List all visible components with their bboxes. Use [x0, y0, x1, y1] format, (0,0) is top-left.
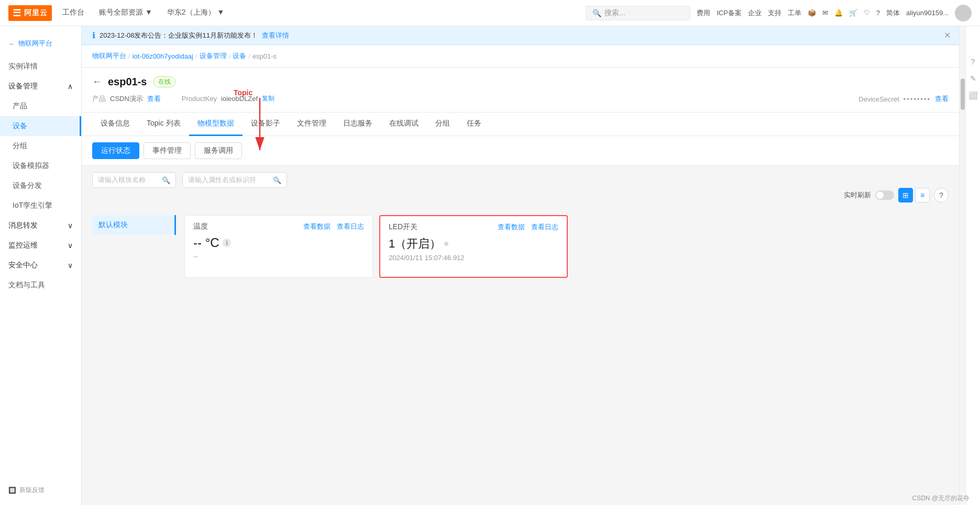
right-sidebar: ? ✎ ⬜ — [965, 26, 980, 505]
device-header: ← esp01-s 在线 产品 CSDN演示 查看 ProductKey ioi… — [82, 68, 959, 113]
nav-mail-icon[interactable]: ✉ — [822, 9, 828, 17]
content-area: 默认模块 温度 查看数据 查看日志 -- °C ℹ — [82, 207, 959, 286]
realtime-refresh-toggle[interactable] — [875, 190, 894, 200]
breadcrumb-device-mgmt[interactable]: 设备管理 — [200, 51, 227, 61]
sidebar-back-btn[interactable]: ← 物联网平台 — [0, 35, 81, 52]
card-temp-view-data[interactable]: 查看数据 — [303, 222, 331, 231]
meta-productkey: ProductKey ioieobDLZef 复制 — [182, 94, 274, 103]
card-temp-subtitle: -- — [193, 252, 364, 260]
tab-file-mgmt[interactable]: 文件管理 — [289, 113, 335, 136]
meta-product: 产品 CSDN演示 查看 — [92, 94, 161, 104]
data-card-led: LED开关 查看数据 查看日志 1（开启） 2024/01/11 15:07:4… — [379, 215, 568, 278]
nav-icp[interactable]: ICP备案 — [717, 8, 742, 18]
scrollbar[interactable] — [959, 26, 965, 505]
refresh-label: 实时刷新 — [844, 190, 871, 200]
card-temp-view-log[interactable]: 查看日志 — [337, 222, 364, 231]
nav-help-icon[interactable]: ? — [876, 9, 880, 17]
sidebar-item-distribution[interactable]: 设备分发 — [0, 176, 81, 196]
sidebar-item-group[interactable]: 分组 — [0, 136, 81, 156]
module-filter[interactable]: 请输入模块名称 🔍 — [92, 172, 176, 188]
avatar[interactable] — [955, 5, 972, 21]
meta-product-value: CSDN演示 — [110, 94, 143, 104]
sidebar-group-security[interactable]: 安全中心 ∨ — [0, 255, 81, 275]
sub-tab-events-label: 事件管理 — [152, 146, 182, 154]
right-sidebar-edit-icon[interactable]: ✎ — [970, 74, 976, 83]
breadcrumb-sep-3: / — [229, 52, 231, 60]
nav-ticket[interactable]: 工单 — [788, 8, 801, 18]
logo[interactable]: ☰ 阿里云 — [8, 5, 52, 21]
nav-username[interactable]: aliyun90159... — [906, 9, 949, 17]
sidebar-item-device[interactable]: 设备 — [0, 116, 81, 136]
nav-support[interactable]: 支持 — [768, 8, 781, 18]
nav-enterprise[interactable]: 企业 — [748, 8, 762, 18]
breadcrumb-iot[interactable]: 物联网平台 — [92, 51, 126, 61]
tab-log-service[interactable]: 日志服务 — [335, 113, 381, 136]
tab-task[interactable]: 任务 — [458, 113, 490, 136]
breadcrumb-device[interactable]: 设备 — [233, 51, 246, 61]
card-led-view-log[interactable]: 查看日志 — [531, 222, 558, 232]
breadcrumb-sep-2: / — [195, 52, 197, 60]
tab-online-debug-label: 在线调试 — [389, 119, 419, 127]
card-temp-info-icon[interactable]: ℹ — [223, 239, 231, 247]
search-attr-icon[interactable]: 🔍 — [273, 176, 281, 184]
search-box[interactable]: 🔍 搜索... — [586, 6, 690, 20]
tab-device-shadow[interactable]: 设备影子 — [243, 113, 289, 136]
attr-filter[interactable]: 请输入属性名或标识符 🔍 — [182, 172, 287, 188]
sub-tab-service[interactable]: 服务调用 — [195, 142, 242, 159]
banner-text: 2023-12-08发布公告：企业版实例11月新功能发布！ — [100, 31, 258, 40]
card-led-timestamp: 2024/01/11 15:07:46.912 — [389, 254, 558, 262]
tab-device-info[interactable]: 设备信息 — [92, 113, 138, 136]
sidebar-group-monitor-label: 监控运维 — [8, 241, 38, 250]
meta-productkey-copy[interactable]: 复制 — [262, 94, 274, 103]
sub-tab-events[interactable]: 事件管理 — [144, 142, 191, 159]
search-module-icon[interactable]: 🔍 — [162, 176, 170, 184]
sidebar-group-msg[interactable]: 消息转发 ∨ — [0, 216, 81, 235]
view-grid-btn[interactable]: ⊞ — [898, 188, 913, 203]
nav-billing[interactable]: 费用 — [697, 8, 710, 18]
nav-bell-icon[interactable]: 🔔 — [834, 9, 843, 17]
device-back-btn[interactable]: ← — [92, 76, 102, 87]
card-led-view-data[interactable]: 查看数据 — [498, 222, 525, 232]
right-sidebar-box-icon[interactable]: ⬜ — [968, 91, 977, 99]
logo-text: 阿里云 — [24, 8, 48, 18]
nav-lang[interactable]: 简体 — [886, 8, 900, 18]
help-btn[interactable]: ? — [934, 188, 949, 203]
sidebar-group-device-mgmt[interactable]: 设备管理 ∧ — [0, 76, 81, 96]
sub-tab-running[interactable]: 运行状态 — [92, 142, 139, 159]
meta-product-link[interactable]: 查看 — [147, 94, 161, 104]
nav-resources[interactable]: 账号全部资源 ▼ — [95, 0, 157, 26]
tab-thing-model[interactable]: 物模型数据 — [189, 113, 243, 136]
new-feedback-btn[interactable]: 🔲 新版反馈 — [0, 486, 81, 495]
tab-device-info-label: 设备信息 — [101, 119, 130, 127]
breadcrumb-instance[interactable]: iot-06z00h7yodidaaj — [133, 52, 193, 60]
nav-cart-icon[interactable]: 🛒 — [849, 9, 857, 17]
scrollbar-thumb[interactable] — [961, 78, 965, 110]
sidebar-item-iot-twin[interactable]: IoT孪生引擎 — [0, 196, 81, 216]
banner-close-btn[interactable]: ✕ — [944, 30, 951, 40]
tab-file-mgmt-label: 文件管理 — [297, 119, 326, 127]
right-sidebar-help-icon[interactable]: ? — [971, 58, 975, 66]
sidebar-item-instance[interactable]: 实例详情 — [0, 57, 81, 76]
nav-box-icon[interactable]: 📦 — [808, 9, 816, 17]
sidebar-item-simulator[interactable]: 设备模拟器 — [0, 156, 81, 176]
meta-product-label: 产品 — [92, 94, 106, 104]
sidebar-item-product-label: 产品 — [13, 102, 27, 111]
filter-row: 请输入模块名称 🔍 请输入属性名或标识符 🔍 — [82, 166, 959, 188]
sidebar-group-monitor[interactable]: 监控运维 ∨ — [0, 235, 81, 255]
meta-devicesecret-link[interactable]: 查看 — [935, 94, 949, 104]
card-temp-header: 温度 查看数据 查看日志 — [193, 222, 364, 231]
module-default[interactable]: 默认模块 — [92, 215, 176, 235]
breadcrumb: 物联网平台 / iot-06z00h7yodidaaj / 设备管理 / 设备 … — [82, 45, 959, 68]
view-list-btn[interactable]: ≡ — [915, 188, 930, 203]
banner-link[interactable]: 查看详情 — [262, 31, 289, 40]
chevron-down-icon: ∨ — [68, 221, 73, 230]
nav-region[interactable]: 华东2（上海） ▼ — [163, 0, 229, 26]
tab-group[interactable]: 分组 — [427, 113, 458, 136]
sidebar-item-docs[interactable]: 文档与工具 — [0, 275, 81, 295]
logo-icon: ☰ — [13, 7, 21, 19]
tab-topic-list[interactable]: Topic 列表 — [138, 113, 189, 136]
nav-heart-icon[interactable]: ♡ — [864, 9, 870, 17]
sidebar-item-product[interactable]: 产品 — [0, 96, 81, 116]
tab-online-debug[interactable]: 在线调试 — [381, 113, 427, 136]
nav-workbench[interactable]: 工作台 — [58, 0, 89, 26]
